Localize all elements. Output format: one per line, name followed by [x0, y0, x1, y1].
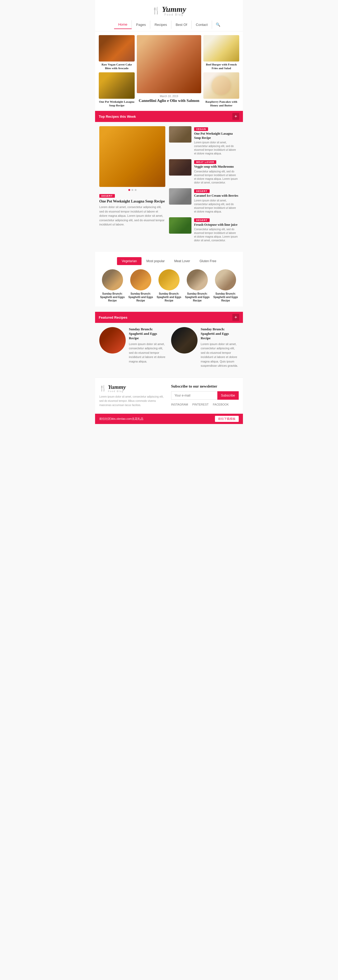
tab-meat-lover[interactable]: Meat Lover	[169, 257, 195, 265]
hero-card-lasagna[interactable]: One Pot Weeknight Lasagna Soup Recipe	[99, 72, 135, 107]
newsletter-title: Subscribe to our newsletter	[171, 384, 239, 389]
footer-logo-icon: 🍴	[99, 385, 107, 392]
featured-card-2-desc: Lorem ipsum dolor sit amet, consectetur …	[201, 342, 239, 368]
footer-download-btn[interactable]: 前往下载模板	[215, 416, 239, 422]
hero-center-title: Cannellini Aglio e Olio with Salmon	[137, 98, 201, 103]
footer-bottom-bar: 前往社区bbs.xlenlao.com兑花礼品 前往下载模板	[95, 414, 243, 424]
footer: 🍴 Yummy Food Blog Lorem ipsum dolor sit …	[95, 377, 243, 414]
nav-item-contact[interactable]: Contact	[192, 21, 212, 29]
featured-card-2-image	[171, 327, 198, 353]
featured-recipes-bar: Featured Recipes +	[95, 312, 243, 323]
top-recipes-title: Top Recipes this Week	[99, 115, 136, 119]
facebook-icon[interactable]: FACEBOOK	[213, 403, 229, 406]
hero-right-col: Beef Burger with French Fries and Salad …	[203, 35, 239, 107]
recipe-item-4-image	[169, 217, 191, 234]
slider-dots	[99, 189, 165, 191]
nav-item-bestof[interactable]: Best Of	[171, 21, 191, 29]
pancakes-image	[203, 72, 239, 99]
recipe-item-2-content: MEAT LOVER Veggie soup with Mushrooms Co…	[194, 159, 239, 185]
tab-card-5[interactable]: Sunday Brunch: Spaghetti and Eggs Recipe	[212, 269, 239, 302]
logo-text: Yummy	[162, 5, 186, 13]
logo-icon: 🍴	[152, 6, 160, 15]
main-recipe[interactable]: DESERT One Pot Weeknight Lasagna Soup Re…	[99, 126, 169, 242]
featured-grid: Sunday Brunch: Spaghetti and Eggs Recipe…	[99, 327, 239, 368]
tab-card-3[interactable]: Sunday Brunch: Spaghetti and Eggs Recipe	[156, 269, 182, 302]
featured-card-1-content: Sunday Brunch: Spaghetti and Eggs Recipe…	[129, 327, 167, 364]
nav-item-home[interactable]: Home	[114, 20, 132, 29]
social-icons-row: INSTAGRAM PINTEREST FACEBOOK	[171, 403, 239, 406]
featured-card-1[interactable]: Sunday Brunch: Spaghetti and Eggs Recipe…	[99, 327, 167, 368]
footer-logo-text: Yummy	[108, 384, 126, 390]
salmon-image	[137, 35, 201, 93]
footer-grid: 🍴 Yummy Food Blog Lorem ipsum dolor sit …	[99, 384, 239, 407]
main-recipe-image	[99, 126, 165, 187]
recipe-item-1-title: One Pot Weeknight Lasagna Soup Recipe	[194, 132, 239, 140]
hero-card-burger[interactable]: Beef Burger with French Fries and Salad	[203, 35, 239, 70]
hero-card-pancakes[interactable]: Raspberry Pancakes with Honey and Butter	[203, 72, 239, 107]
tab-gluten-free[interactable]: Gluten Free	[195, 257, 221, 265]
recipe-item-2[interactable]: MEAT LOVER Veggie soup with Mushrooms Co…	[169, 159, 239, 185]
hero-left-col: Raw Vegan Carrot Cake Bites with Avocado…	[99, 35, 135, 107]
featured-plus[interactable]: +	[232, 314, 239, 321]
tab-card-4[interactable]: Sunday Brunch: Spaghetti and Eggs Recipe	[184, 269, 210, 302]
nav-item-recipes[interactable]: Recipes	[150, 21, 171, 29]
search-icon[interactable]: 🔍	[212, 20, 224, 29]
recipe-item-2-title: Veggie soup with Mushrooms	[194, 165, 239, 169]
hero-grid: Raw Vegan Carrot Cake Bites with Avocado…	[95, 32, 243, 111]
recipe-item-4[interactable]: DESERT Freash Octopuse with lime juice C…	[169, 217, 239, 243]
hero-date: March 10, 2019	[137, 95, 201, 98]
featured-card-2-title: Sunday Brunch: Spaghetti and Eggs Recipe	[201, 327, 239, 340]
tabs-row: Vegetarian Most popular Meat Lover Glute…	[99, 257, 239, 265]
footer-right: Subscribe to our newsletter Subscribe IN…	[171, 384, 239, 406]
tab-card-2[interactable]: Sunday Brunch: Spaghetti and Eggs Recipe	[128, 269, 154, 302]
pancakes-title: Raspberry Pancakes with Honey and Butter	[203, 100, 239, 107]
recipe-item-4-title: Freash Octopuse with lime juice	[194, 223, 239, 227]
recipe-item-3-content: DESERT Caramel Ice Cream with Berries Lo…	[194, 188, 239, 213]
tabs-section: Vegetarian Most popular Meat Lover Glute…	[95, 252, 243, 307]
tab-card-4-title: Sunday Brunch: Spaghetti and Eggs Recipe	[184, 292, 210, 302]
recipe-item-1[interactable]: VEGAN One Pot Weeknight Lasagna Soup Rec…	[169, 126, 239, 156]
right-recipes-list: VEGAN One Pot Weeknight Lasagna Soup Rec…	[169, 126, 239, 242]
main-recipe-tag: DESERT	[99, 194, 115, 198]
tab-vegetarian[interactable]: Vegetarian	[117, 257, 142, 265]
footer-left: 🍴 Yummy Food Blog Lorem ipsum dolor sit …	[99, 384, 165, 407]
footer-logo-container: 🍴 Yummy Food Blog	[99, 384, 165, 393]
hero-card-carrot[interactable]: Raw Vegan Carrot Cake Bites with Avocado	[99, 35, 135, 70]
tab-card-1-image	[102, 269, 123, 290]
recipe-item-3[interactable]: DESERT Caramel Ice Cream with Berries Lo…	[169, 188, 239, 213]
header: 🍴 Yummy Food Blog	[95, 0, 243, 18]
top-recipes-bar: Top Recipes this Week +	[95, 111, 243, 122]
burger-image	[203, 35, 239, 62]
instagram-icon[interactable]: INSTAGRAM	[171, 403, 188, 406]
recipe-item-1-image	[169, 126, 191, 143]
tab-card-1[interactable]: Sunday Brunch: Spaghetti and Eggs Recipe	[99, 269, 126, 302]
tab-cards-grid: Sunday Brunch: Spaghetti and Eggs Recipe…	[99, 269, 239, 302]
tab-card-5-title: Sunday Brunch: Spaghetti and Eggs Recipe	[212, 292, 239, 302]
recipe-item-3-title: Caramel Ice Cream with Berries	[194, 194, 239, 198]
recipe-item-3-image	[169, 188, 191, 205]
newsletter-subscribe-button[interactable]: Subscribe	[217, 391, 239, 400]
logo-container: 🍴 Yummy Food Blog	[95, 5, 243, 16]
hero-center[interactable]: March 10, 2019 Cannellini Aglio e Olio w…	[137, 35, 201, 107]
featured-card-1-desc: Lorem ipsum dolor sit amet, consectetur …	[129, 342, 167, 364]
featured-card-2[interactable]: Sunday Brunch: Spaghetti and Eggs Recipe…	[171, 327, 239, 368]
pinterest-icon[interactable]: PINTEREST	[192, 403, 209, 406]
carrot-image	[99, 35, 135, 62]
logo-sub: Food Blog	[162, 13, 186, 16]
tab-card-1-title: Sunday Brunch: Spaghetti and Eggs Recipe	[99, 292, 126, 302]
carrot-title: Raw Vegan Carrot Cake Bites with Avocado	[99, 62, 135, 70]
recipe-item-1-content: VEGAN One Pot Weeknight Lasagna Soup Rec…	[194, 126, 239, 156]
recipe-item-4-content: DESERT Freash Octopuse with lime juice C…	[194, 217, 239, 243]
tab-card-4-image	[187, 269, 208, 290]
footer-bottom-text: 前往社区bbs.xlenlao.com兑花礼品	[99, 417, 143, 421]
recipe-item-2-tag: MEAT LOVER	[194, 160, 216, 164]
newsletter-email-input[interactable]	[171, 391, 217, 400]
tab-most-popular[interactable]: Most popular	[142, 257, 169, 265]
nav-item-pages[interactable]: Pages	[132, 21, 150, 29]
top-recipes-plus[interactable]: +	[232, 113, 239, 120]
recipe-item-3-desc: Lorem ipsum dolor sit amet, consectetur …	[194, 199, 239, 213]
featured-recipes-title: Featured Recipes	[99, 315, 127, 320]
main-recipe-desc: Lorem dolor sit amet, consectetur adipis…	[99, 205, 165, 227]
main-nav: Home Pages Recipes Best Of Contact 🔍	[95, 18, 243, 32]
tab-card-3-title: Sunday Brunch: Spaghetti and Eggs Recipe	[156, 292, 182, 302]
